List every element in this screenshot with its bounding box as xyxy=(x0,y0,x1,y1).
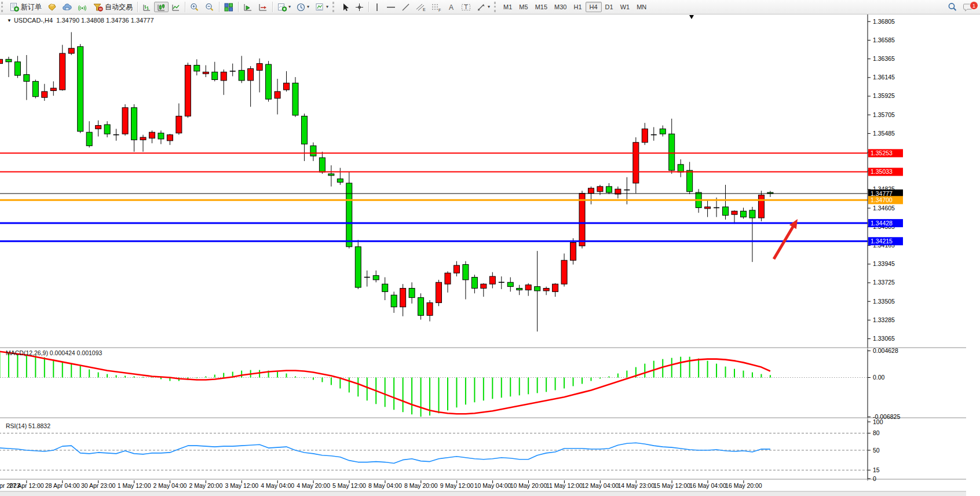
date-axis: 26 Apr 202327 Apr 12:0028 Apr 04:0030 Ap… xyxy=(0,480,762,489)
gold-gem-icon xyxy=(47,3,57,12)
toolbar-grip[interactable] xyxy=(332,2,337,12)
vertical-line-tool-button[interactable] xyxy=(371,2,383,12)
cursor-icon xyxy=(341,3,349,12)
trendline-tool-button[interactable] xyxy=(398,2,413,12)
tf-w1[interactable]: W1 xyxy=(617,2,634,12)
rsi-indicator-label: RSI(14) 51.8832 xyxy=(6,422,50,429)
svg-text:80: 80 xyxy=(873,429,880,436)
toolbar-separator xyxy=(219,2,220,12)
zoom-in-button[interactable] xyxy=(187,2,202,12)
periods-button[interactable]: ▾ xyxy=(294,2,312,12)
vps-cloud-icon xyxy=(63,3,72,12)
candlestick-chart-icon xyxy=(157,3,166,12)
indicators-caret: ▾ xyxy=(288,5,291,9)
svg-text:A: A xyxy=(449,3,454,12)
new-order-button[interactable]: 新订单 xyxy=(7,2,45,12)
svg-text:1 May 12:00: 1 May 12:00 xyxy=(118,482,151,489)
svg-text:8 May 04:00: 8 May 04:00 xyxy=(368,482,402,489)
svg-text:2 May 04:00: 2 May 04:00 xyxy=(153,482,187,489)
chart-type-bars-button[interactable] xyxy=(140,2,154,12)
svg-text:1.33065: 1.33065 xyxy=(873,335,895,342)
svg-text:28 Apr 04:00: 28 Apr 04:00 xyxy=(45,482,80,489)
svg-text:1.35485: 1.35485 xyxy=(873,130,895,137)
svg-text:0.00: 0.00 xyxy=(873,374,885,381)
svg-text:10 May 20:00: 10 May 20:00 xyxy=(510,482,547,489)
svg-text:50: 50 xyxy=(873,447,880,454)
tf-h4[interactable]: H4 xyxy=(586,2,602,12)
svg-text:1.34777: 1.34777 xyxy=(871,190,893,197)
arrows-tool-button[interactable]: ▾ xyxy=(474,2,493,12)
tf-m30[interactable]: M30 xyxy=(551,2,570,12)
arrows-icon xyxy=(477,3,486,12)
svg-text:10 May 04:00: 10 May 04:00 xyxy=(474,482,511,489)
indicators-icon xyxy=(277,3,287,12)
auto-trading-icon xyxy=(93,3,103,12)
auto-scroll-button[interactable] xyxy=(240,2,255,12)
chart-type-candles-button[interactable] xyxy=(154,2,169,12)
chart-type-line-button[interactable] xyxy=(169,2,183,12)
svg-text:16 May 04:00: 16 May 04:00 xyxy=(689,482,726,489)
toolbar-grip[interactable] xyxy=(494,2,499,12)
svg-text:1.36805: 1.36805 xyxy=(873,18,895,25)
svg-text:1.36585: 1.36585 xyxy=(873,37,895,43)
notification-badge[interactable]: 1 xyxy=(970,1,978,10)
cursor-tool-button[interactable] xyxy=(338,2,352,12)
crosshair-icon xyxy=(355,3,364,12)
price-chart[interactable]: 1.368051.365851.363651.361451.359251.357… xyxy=(0,14,980,496)
trendline-icon xyxy=(401,3,410,12)
auto-trading-button[interactable]: 自动交易 xyxy=(90,2,136,12)
tf-m15[interactable]: M15 xyxy=(532,2,551,12)
svg-text:1.36365: 1.36365 xyxy=(873,55,895,62)
chevron-down-icon[interactable]: ▼ xyxy=(7,18,12,23)
svg-text:27 Apr 12:00: 27 Apr 12:00 xyxy=(9,482,44,489)
svg-text:1.34700: 1.34700 xyxy=(871,196,893,203)
macd-indicator-label: MACD(12,26,9) 0.000424 0.001093 xyxy=(6,349,102,356)
horizontal-line-tool-button[interactable] xyxy=(383,2,398,12)
chat-button[interactable]: 1 xyxy=(960,2,977,12)
svg-text:15: 15 xyxy=(873,466,880,473)
clock-icon xyxy=(297,3,305,12)
zoom-in-icon xyxy=(190,3,199,12)
svg-text:1.35033: 1.35033 xyxy=(871,168,893,175)
tile-windows-icon xyxy=(224,3,233,12)
svg-text:1.33285: 1.33285 xyxy=(873,316,895,323)
svg-text:E: E xyxy=(423,8,426,12)
vps-cloud-button[interactable] xyxy=(60,2,75,12)
main-toolbar: 新订单 自动交易 xyxy=(0,0,980,14)
tf-m5[interactable]: M5 xyxy=(515,2,531,12)
tf-m1[interactable]: M1 xyxy=(500,2,515,12)
chart-shift-icon xyxy=(258,3,268,12)
svg-text:14 May 23:00: 14 May 23:00 xyxy=(617,482,654,489)
fibonacci-icon: F xyxy=(432,3,441,12)
zoom-out-button[interactable] xyxy=(202,2,217,12)
tile-windows-button[interactable] xyxy=(221,2,236,12)
text-label-icon: T xyxy=(461,3,471,12)
line-chart-icon xyxy=(171,3,180,12)
gold-gem-button[interactable] xyxy=(45,2,60,12)
signal-button[interactable] xyxy=(75,2,90,12)
zoom-out-icon xyxy=(205,3,214,12)
templates-button[interactable]: ▾ xyxy=(312,2,331,12)
toolbar-separator xyxy=(272,2,273,12)
text-tool-button[interactable]: A xyxy=(444,2,458,12)
text-label-tool-button[interactable]: T xyxy=(458,2,474,12)
tf-h1[interactable]: H1 xyxy=(570,2,585,12)
search-button[interactable] xyxy=(945,2,960,12)
equidistant-channel-tool-button[interactable]: E xyxy=(413,2,429,12)
svg-text:1.35705: 1.35705 xyxy=(873,111,895,118)
svg-text:1.33505: 1.33505 xyxy=(873,298,895,305)
toolbar-grip[interactable] xyxy=(1,2,6,12)
ohlc-values: 1.34790 1.34808 1.34736 1.34777 xyxy=(56,17,153,24)
search-icon xyxy=(948,2,957,12)
tf-mn[interactable]: MN xyxy=(633,2,650,12)
svg-text:100: 100 xyxy=(873,418,883,425)
svg-text:3 May 12:00: 3 May 12:00 xyxy=(225,482,258,489)
fibonacci-tool-button[interactable]: F xyxy=(429,2,444,12)
svg-text:1.35253: 1.35253 xyxy=(871,149,893,156)
text-icon: A xyxy=(447,3,455,12)
crosshair-tool-button[interactable] xyxy=(352,2,367,12)
indicators-button[interactable]: ▾ xyxy=(275,2,294,12)
tf-d1[interactable]: D1 xyxy=(602,2,617,12)
chart-shift-button[interactable] xyxy=(255,2,270,12)
vertical-line-icon xyxy=(374,3,381,12)
